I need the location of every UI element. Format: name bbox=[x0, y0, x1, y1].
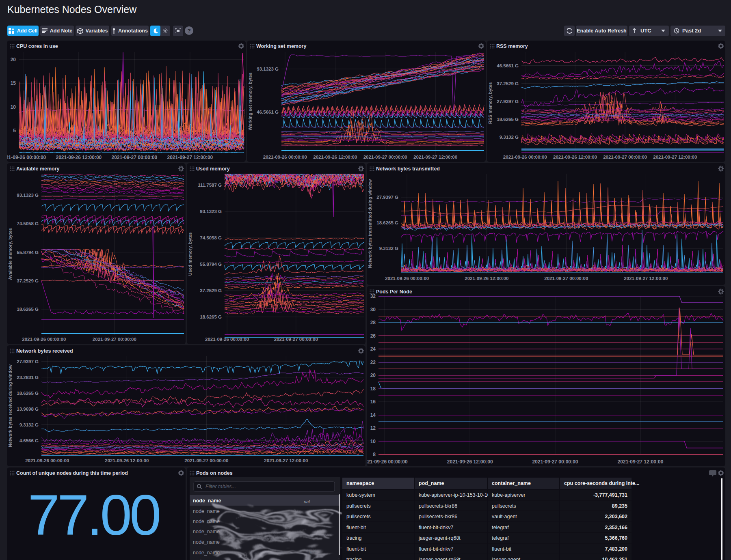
svg-text:Working set memory, bytes: Working set memory, bytes bbox=[248, 73, 253, 131]
svg-text:10: 10 bbox=[370, 439, 376, 444]
svg-text:Working set memory: Working set memory bbox=[256, 43, 306, 49]
svg-text:CPU cores in use: CPU cores in use bbox=[16, 43, 58, 49]
svg-text:2021-09-26 12:00:00: 2021-09-26 12:00:00 bbox=[313, 155, 357, 159]
svg-text:55.8794 G: 55.8794 G bbox=[200, 262, 222, 267]
svg-text:2021-09-27 00:00:00: 2021-09-27 00:00:00 bbox=[184, 458, 228, 463]
svg-text:22: 22 bbox=[370, 360, 376, 365]
svg-text:Network bytes transmitted: Network bytes transmitted bbox=[376, 166, 440, 172]
svg-text:kube-system: kube-system bbox=[346, 492, 375, 498]
svg-text:74.5058 G: 74.5058 G bbox=[200, 235, 222, 240]
svg-text:2021-09-27 12:00:00: 2021-09-27 12:00:00 bbox=[264, 458, 308, 463]
svg-text:pullsecrets: pullsecrets bbox=[492, 503, 516, 509]
svg-text:2021-09-27 00:00:00: 2021-09-27 00:00:00 bbox=[603, 155, 647, 159]
svg-text:20: 20 bbox=[370, 373, 376, 378]
svg-text:2021-09-27 12:00:00: 2021-09-27 12:00:00 bbox=[618, 459, 664, 465]
svg-text:74.5058 G: 74.5058 G bbox=[17, 221, 39, 226]
svg-text:2021-09-27 12:00:00: 2021-09-27 12:00:00 bbox=[167, 155, 213, 160]
svg-text:15: 15 bbox=[11, 80, 16, 86]
svg-text:2021-09-27 12:00:00: 2021-09-27 12:00:00 bbox=[413, 155, 457, 159]
svg-text:tracing: tracing bbox=[346, 557, 362, 560]
svg-text:Used memory, bytes: Used memory, bytes bbox=[188, 233, 192, 276]
svg-text:RSS memory, bytes: RSS memory, bytes bbox=[488, 82, 493, 124]
svg-text:container_name: container_name bbox=[492, 480, 531, 486]
svg-text:93.1323 G: 93.1323 G bbox=[257, 67, 279, 71]
svg-text:pullsecrets-bkr86: pullsecrets-bkr86 bbox=[419, 503, 457, 509]
svg-text:37.2529 G: 37.2529 G bbox=[17, 278, 39, 283]
svg-text:Filter tables...: Filter tables... bbox=[205, 484, 236, 489]
svg-text:Pods on nodes: Pods on nodes bbox=[196, 470, 233, 476]
svg-text:30: 30 bbox=[370, 307, 376, 312]
svg-text:5: 5 bbox=[13, 128, 16, 134]
svg-text:27.9397 G: 27.9397 G bbox=[376, 195, 398, 200]
svg-text:16: 16 bbox=[370, 399, 376, 405]
svg-text:2021-09-27 12:00:00: 2021-09-27 12:00:00 bbox=[653, 155, 697, 159]
svg-text:37.2529 G: 37.2529 G bbox=[497, 81, 519, 86]
svg-text:93.1323 G: 93.1323 G bbox=[17, 193, 39, 198]
svg-text:18.6265 G: 18.6265 G bbox=[497, 117, 519, 122]
svg-text:2021-09-27 00:00:00: 2021-09-27 00:00:00 bbox=[532, 459, 578, 465]
svg-text:pod_name: pod_name bbox=[419, 480, 444, 486]
svg-text:2,352,166: 2,352,166 bbox=[605, 525, 627, 530]
svg-text:Network bytes received: Network bytes received bbox=[16, 348, 73, 354]
svg-text:7,483,200: 7,483,200 bbox=[605, 546, 627, 552]
svg-text:18.6265 G: 18.6265 G bbox=[200, 314, 222, 319]
svg-text:2021-09-26 00:00:00: 2021-09-26 00:00:00 bbox=[503, 155, 547, 159]
svg-text:18: 18 bbox=[370, 386, 376, 392]
svg-text:Pods Per Node: Pods Per Node bbox=[376, 289, 412, 295]
svg-text:fluent-bit: fluent-bit bbox=[346, 546, 366, 552]
svg-text:jaeger-agent-rq68t: jaeger-agent-rq68t bbox=[418, 557, 461, 560]
svg-text:2021-09-26 00:00:00: 2021-09-26 00:00:00 bbox=[7, 155, 46, 160]
svg-text:4.6566 G: 4.6566 G bbox=[19, 438, 39, 443]
svg-text:namespace: namespace bbox=[346, 480, 374, 486]
svg-text:2021-09-26 00:00:00: 2021-09-26 00:00:00 bbox=[25, 458, 69, 463]
svg-text:2021-09-26 00:00:00: 2021-09-26 00:00:00 bbox=[22, 337, 66, 342]
svg-text:46.5661 G: 46.5661 G bbox=[257, 110, 279, 114]
svg-text:2021-09-26 00:00:00: 2021-09-26 00:00:00 bbox=[385, 276, 429, 281]
svg-text:23.2831 G: 23.2831 G bbox=[17, 375, 39, 380]
svg-text:telegraf: telegraf bbox=[492, 525, 509, 530]
svg-text:18.6265 G: 18.6265 G bbox=[17, 391, 39, 396]
svg-text:Used memory: Used memory bbox=[196, 166, 230, 172]
svg-text:18.6265 G: 18.6265 G bbox=[17, 307, 39, 312]
svg-text:2021-09-26 12:00:00: 2021-09-26 12:00:00 bbox=[465, 276, 508, 281]
svg-text:pullsecrets: pullsecrets bbox=[346, 514, 371, 519]
svg-text:37.2529 G: 37.2529 G bbox=[200, 288, 222, 293]
svg-text:9.3132 G: 9.3132 G bbox=[500, 135, 519, 140]
svg-text:jaeger-agent: jaeger-agent bbox=[491, 557, 521, 560]
svg-text:jaeger-agent-rq68t: jaeger-agent-rq68t bbox=[418, 535, 461, 541]
svg-text:Available memory: Available memory bbox=[16, 166, 60, 172]
svg-text:5,366,760: 5,366,760 bbox=[605, 535, 627, 541]
svg-text:32: 32 bbox=[370, 293, 376, 299]
svg-text:55.8794 G: 55.8794 G bbox=[17, 250, 39, 255]
svg-text:10: 10 bbox=[11, 104, 16, 110]
svg-text:2021-09-26 00:00:00: 2021-09-26 00:00:00 bbox=[263, 155, 307, 159]
svg-text:nal: nal bbox=[309, 549, 315, 554]
svg-text:2021-09-26 00:00:00: 2021-09-26 00:00:00 bbox=[367, 459, 408, 465]
svg-text:9.3132 G: 9.3132 G bbox=[379, 246, 398, 251]
svg-text:pullsecrets-bkr86: pullsecrets-bkr86 bbox=[419, 514, 457, 519]
svg-text:Available memory, bytes: Available memory, bytes bbox=[8, 228, 13, 280]
svg-text:Network bytes received during: Network bytes received during window bbox=[8, 364, 13, 447]
svg-text:93.1323 G: 93.1323 G bbox=[200, 209, 222, 214]
svg-text:14: 14 bbox=[370, 412, 376, 418]
svg-text:28: 28 bbox=[370, 320, 376, 325]
svg-text:26: 26 bbox=[370, 333, 376, 339]
svg-text:2021-09-26 12:00:00: 2021-09-26 12:00:00 bbox=[105, 458, 149, 463]
svg-text:cpu core-seconds during inte..: cpu core-seconds during inte... bbox=[564, 480, 639, 486]
svg-text:89,235: 89,235 bbox=[612, 503, 627, 509]
svg-text:77.00: 77.00 bbox=[28, 483, 159, 547]
svg-text:2,203,602: 2,203,602 bbox=[605, 514, 627, 519]
svg-text:9.3132 G: 9.3132 G bbox=[19, 422, 39, 427]
svg-text:RSS memory: RSS memory bbox=[496, 43, 528, 49]
svg-text:Count of unique nodes during t: Count of unique nodes during this time p… bbox=[16, 470, 128, 476]
svg-text:10,462,251: 10,462,251 bbox=[602, 557, 627, 560]
svg-text:12: 12 bbox=[370, 425, 376, 431]
svg-text:2021-09-27 00:00:00: 2021-09-27 00:00:00 bbox=[93, 337, 136, 342]
svg-text:2021-09-27 00:00:00: 2021-09-27 00:00:00 bbox=[112, 155, 158, 160]
svg-text:24: 24 bbox=[370, 346, 376, 352]
svg-text:fluent-bit: fluent-bit bbox=[346, 525, 366, 530]
svg-text:20: 20 bbox=[11, 57, 16, 62]
svg-text:tracing: tracing bbox=[346, 535, 362, 541]
svg-text:fluent-bit-dnkv7: fluent-bit-dnkv7 bbox=[419, 525, 454, 530]
svg-text:8: 8 bbox=[373, 452, 376, 457]
